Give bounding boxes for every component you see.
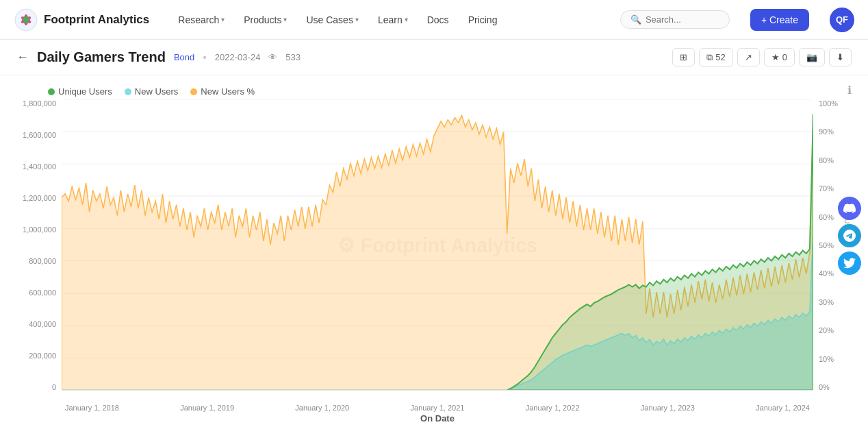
main-nav: Research ▾ Products ▾ Use Cases ▾ Learn …	[170, 10, 600, 29]
chart-area: ℹ Unique Users New Users New Users % 1,8…	[0, 75, 868, 429]
chart-svg: ⚙ Footprint Analytics	[62, 99, 813, 412]
new-users-dot	[125, 88, 131, 95]
chart-content: ⚙ Footprint Analytics January 1, 2018 Ja…	[62, 99, 813, 412]
chevron-products: ▾	[283, 16, 287, 23]
star-count: 0	[782, 52, 787, 62]
logo-text: Footprint Analytics	[44, 13, 149, 27]
chart-legend: Unique Users New Users New Users %	[14, 82, 854, 99]
x-label-2022: January 1, 2022	[526, 404, 580, 412]
y-left-600000: 600,000	[29, 289, 56, 297]
copy-icon: ⧉	[706, 52, 713, 63]
logo-icon	[14, 8, 38, 32]
x-axis-labels: January 1, 2018 January 1, 2019 January …	[62, 404, 813, 412]
copy-button[interactable]: ⧉ 52	[699, 48, 732, 67]
y-right-80: 80%	[819, 156, 834, 164]
search-input[interactable]	[646, 14, 721, 25]
telegram-button[interactable]	[838, 224, 861, 247]
nav-pricing[interactable]: Pricing	[460, 10, 506, 29]
search-icon: 🔍	[630, 14, 641, 25]
table-icon: ⊞	[680, 52, 687, 62]
legend-new-users: New Users	[125, 86, 179, 97]
y-left-1000000: 1,000,000	[23, 225, 56, 234]
discord-button[interactable]	[838, 197, 861, 220]
unique-users-label: Unique Users	[58, 86, 112, 97]
chevron-use-cases: ▾	[355, 16, 359, 23]
y-left-1200000: 1,200,000	[23, 194, 56, 202]
page-title: Daily Gamers Trend	[37, 49, 166, 65]
star-icon: ★	[771, 52, 780, 62]
nav-docs[interactable]: Docs	[419, 10, 457, 29]
x-label-2019: January 1, 2019	[180, 404, 234, 412]
y-left-0: 0	[52, 383, 56, 391]
y-left-800000: 800,000	[29, 257, 56, 265]
breadcrumb-link[interactable]: Bond	[174, 52, 194, 62]
y-right-100: 100%	[819, 99, 838, 108]
x-axis-title: On Date	[420, 413, 455, 424]
y-axis-left: 1,800,000 1,600,000 1,400,000 1,200,000 …	[14, 99, 62, 412]
chevron-learn: ▾	[405, 16, 408, 23]
camera-icon: 📷	[806, 52, 817, 62]
nav-products[interactable]: Products ▾	[235, 10, 295, 29]
legend-new-users-pct: New Users %	[190, 86, 255, 97]
y-right-10: 10%	[819, 355, 834, 363]
nav-learn[interactable]: Learn ▾	[370, 10, 416, 29]
y-right-0: 0%	[819, 383, 830, 391]
y-right-20: 20%	[819, 326, 834, 334]
y-right-60: 60%	[819, 213, 834, 221]
breadcrumb-separator: •	[203, 51, 207, 64]
y-left-400000: 400,000	[29, 320, 56, 328]
x-label-2018: January 1, 2018	[65, 404, 119, 412]
chevron-research: ▾	[221, 16, 225, 23]
table-view-button[interactable]: ⊞	[672, 48, 695, 66]
y-right-70: 70%	[819, 184, 834, 193]
x-label-2023: January 1, 2023	[641, 404, 695, 412]
download-button[interactable]: ⬇	[829, 48, 852, 66]
x-label-2020: January 1, 2020	[295, 404, 349, 412]
y-left-1600000: 1,600,000	[23, 131, 56, 139]
x-label-2024: January 1, 2024	[756, 404, 810, 412]
nav-use-cases[interactable]: Use Cases ▾	[298, 10, 366, 29]
back-button[interactable]: ←	[16, 50, 29, 64]
y-right-40: 40%	[819, 269, 834, 278]
x-axis-title-wrapper: On Date	[62, 412, 813, 424]
y-right-90: 90%	[819, 127, 834, 136]
new-users-pct-label: New Users %	[201, 86, 255, 97]
legend-unique-users: Unique Users	[48, 86, 112, 97]
logo[interactable]: Footprint Analytics	[14, 8, 149, 32]
header: Footprint Analytics Research ▾ Products …	[0, 0, 868, 40]
new-users-label: New Users	[135, 86, 179, 97]
unique-users-dot	[48, 88, 55, 95]
export-button[interactable]: ↗	[737, 48, 760, 66]
x-label-2021: January 1, 2021	[411, 404, 465, 412]
y-right-30: 30%	[819, 298, 834, 306]
export-icon: ↗	[745, 52, 752, 62]
y-left-1800000: 1,800,000	[23, 99, 56, 108]
star-button[interactable]: ★ 0	[764, 48, 795, 66]
info-icon[interactable]: ℹ	[847, 84, 852, 97]
subheader-actions: ⊞ ⧉ 52 ↗ ★ 0 📷 ⬇	[672, 48, 852, 67]
eye-icon: 👁	[268, 52, 277, 62]
camera-button[interactable]: 📷	[799, 48, 825, 66]
copy-count: 52	[715, 52, 725, 62]
y-left-1400000: 1,400,000	[23, 162, 56, 171]
twitter-button[interactable]	[838, 252, 861, 275]
nav-research[interactable]: Research ▾	[170, 10, 233, 29]
download-icon: ⬇	[837, 52, 844, 62]
new-users-pct-dot	[190, 88, 197, 95]
y-left-200000: 200,000	[29, 352, 56, 360]
chart-wrapper: 1,800,000 1,600,000 1,400,000 1,200,000 …	[14, 99, 854, 412]
search-box[interactable]: 🔍	[620, 10, 730, 29]
view-count: 533	[285, 52, 301, 62]
create-button[interactable]: + Create	[750, 9, 809, 31]
subheader: ← Daily Gamers Trend Bond • 2022-03-24 👁…	[0, 40, 868, 75]
y-right-50: 50%	[819, 241, 834, 249]
breadcrumb-date: 2022-03-24	[215, 52, 261, 62]
avatar[interactable]: QF	[830, 8, 854, 32]
social-bar	[838, 197, 861, 275]
